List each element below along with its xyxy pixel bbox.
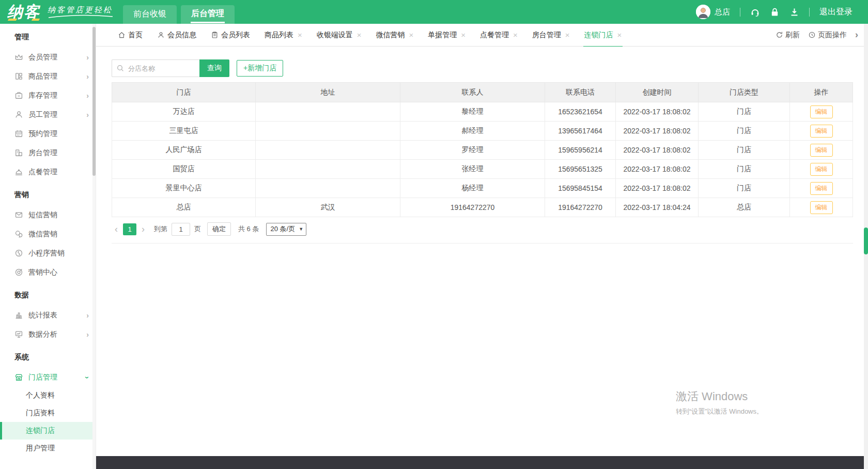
tab-chain-stores[interactable]: 连锁门店×: [578, 24, 628, 47]
tab-cashier-settings[interactable]: 收银端设置×: [311, 24, 368, 47]
sidebar-item-store-management[interactable]: 门店管理›: [0, 368, 96, 387]
tab-product-list[interactable]: 商品列表×: [258, 24, 308, 47]
edit-button[interactable]: 编辑: [810, 144, 833, 157]
close-icon[interactable]: ×: [565, 31, 570, 39]
query-button[interactable]: 查询: [199, 59, 229, 77]
cell-created: 2022-03-17 18:08:02: [616, 141, 699, 160]
page-number-input[interactable]: [172, 223, 190, 236]
column-header: 门店: [112, 83, 256, 102]
cell-address: [256, 141, 400, 160]
sidebar-item-room-management[interactable]: 房台管理: [0, 143, 96, 162]
edit-button[interactable]: 编辑: [810, 163, 833, 176]
pagination: ‹ 1 › 到第 页 确定 共 6 条 20 条/页 ▼: [112, 222, 853, 244]
sidebar-item-sms-marketing[interactable]: 短信营销: [0, 205, 96, 224]
tab-member-info[interactable]: 会员信息: [151, 24, 203, 47]
close-icon[interactable]: ×: [617, 31, 622, 39]
page-unit-label: 页: [194, 224, 201, 234]
cell-store: 景里中心店: [112, 179, 256, 198]
clipboard-icon: [211, 31, 219, 39]
open-tabs-bar: 首页 会员信息 会员列表 商品列表× 收银端设置× 微信营销× 单据管理× 点餐…: [96, 24, 868, 47]
close-icon[interactable]: ×: [357, 31, 362, 39]
prev-page-icon[interactable]: ‹: [112, 224, 121, 234]
cell-store: 万达店: [112, 102, 256, 122]
edit-button[interactable]: 编辑: [810, 201, 833, 214]
sidebar-subitem-personal-profile[interactable]: 个人资料: [0, 387, 96, 404]
cell-store: 三里屯店: [112, 122, 256, 141]
page-scrollbar-thumb[interactable]: [864, 228, 868, 254]
tab-home[interactable]: 首页: [112, 24, 149, 47]
branch-name-search-input[interactable]: [112, 59, 199, 77]
cell-created: 2022-03-17 18:04:24: [616, 198, 699, 217]
logout-button[interactable]: 退出登录: [819, 7, 853, 18]
edit-button[interactable]: 编辑: [810, 105, 833, 118]
table-row: 三里屯店郝经理139656174642022-03-17 18:08:02门店编…: [112, 122, 853, 141]
cell-created: 2022-03-17 18:08:02: [616, 122, 699, 141]
cell-phone: 15695651325: [545, 160, 616, 179]
app-logo: 纳客 纳客管店更轻松: [7, 0, 114, 24]
next-page-icon[interactable]: ›: [138, 224, 148, 234]
tab-order-management[interactable]: 单据管理×: [422, 24, 472, 47]
confirm-page-button[interactable]: 确定: [207, 222, 231, 236]
cell-address: 武汉: [256, 198, 400, 217]
refresh-button[interactable]: 刷新: [776, 31, 800, 40]
sidebar-subitem-chain-stores[interactable]: 连锁门店: [0, 422, 96, 440]
cell-contact: 19164272270: [400, 198, 545, 217]
edit-button[interactable]: 编辑: [810, 182, 833, 195]
cell-actions: 编辑: [790, 141, 853, 160]
sidebar-item-data-analysis[interactable]: 数据分析›: [0, 325, 96, 344]
sidebar-item-goods-management[interactable]: 商品管理›: [0, 67, 96, 86]
sidebar-item-staff-management[interactable]: 员工管理›: [0, 105, 96, 124]
tab-room-management[interactable]: 房台管理×: [526, 24, 576, 47]
front-cashier-button[interactable]: 前台收银: [123, 5, 177, 24]
chevron-right-icon: ›: [86, 111, 89, 119]
close-icon[interactable]: ×: [298, 31, 302, 39]
cell-address: [256, 179, 400, 198]
avatar: [696, 5, 710, 19]
goto-page-label: 到第: [154, 224, 167, 234]
sidebar-item-inventory-management[interactable]: 库存管理›: [0, 86, 96, 105]
cell-address: [256, 122, 400, 141]
search-icon: [116, 64, 125, 72]
sidebar-item-dining-management[interactable]: 点餐管理: [0, 162, 96, 181]
goods-icon: [14, 72, 23, 81]
room-icon: [14, 148, 23, 157]
current-page-button[interactable]: 1: [123, 223, 136, 235]
page-size-select[interactable]: 20 条/页 ▼: [266, 223, 306, 236]
cell-phone: 13965617464: [545, 122, 616, 141]
sidebar-scrollbar-thumb[interactable]: [92, 27, 96, 176]
sidebar-subitem-store-profile[interactable]: 门店资料: [0, 404, 96, 422]
page-operations-button[interactable]: 页面操作: [808, 31, 847, 40]
cell-contact: 杨经理: [400, 179, 545, 198]
sidebar-item-wechat-marketing[interactable]: 微信营销: [0, 224, 96, 244]
close-icon[interactable]: ×: [513, 31, 518, 39]
chevron-right-icon: ›: [86, 53, 89, 62]
cell-type: 门店: [699, 179, 790, 198]
backend-management-button[interactable]: 后台管理: [181, 5, 235, 24]
cell-phone: 16523621654: [545, 102, 616, 122]
tabs-scroll-right-icon[interactable]: ›: [855, 29, 858, 40]
current-store-menu[interactable]: 总店: [696, 5, 730, 19]
edit-button[interactable]: 编辑: [810, 125, 833, 138]
target-icon: [14, 268, 23, 277]
support-headset-icon[interactable]: [750, 7, 760, 17]
lock-icon[interactable]: [770, 7, 780, 17]
cell-contact: 黎经理: [400, 102, 545, 122]
sidebar: 管理 会员管理› 商品管理› 库存管理› 员工管理› 预约管理 房台管理 点餐管…: [0, 24, 96, 469]
cell-created: 2022-03-17 18:08:02: [616, 160, 699, 179]
sidebar-subitem-user-management[interactable]: 用户管理: [0, 440, 96, 457]
sidebar-item-booking-management[interactable]: 预约管理: [0, 124, 96, 143]
sidebar-scrollbar-track[interactable]: [92, 24, 96, 469]
page-scrollbar-track[interactable]: [864, 24, 868, 469]
sidebar-item-marketing-center[interactable]: 营销中心: [0, 263, 96, 282]
column-header: 联系人: [400, 83, 545, 102]
sidebar-item-member-management[interactable]: 会员管理›: [0, 48, 96, 67]
close-icon[interactable]: ×: [461, 31, 466, 39]
sidebar-item-miniapp-marketing[interactable]: 小程序营销: [0, 244, 96, 263]
tab-member-list[interactable]: 会员列表: [205, 24, 256, 47]
sidebar-item-statistics-reports[interactable]: 统计报表›: [0, 306, 96, 325]
add-store-button[interactable]: +新增门店: [237, 60, 283, 77]
tab-wechat-marketing[interactable]: 微信营销×: [370, 24, 420, 47]
close-icon[interactable]: ×: [409, 31, 414, 39]
tab-dining-management[interactable]: 点餐管理×: [474, 24, 524, 47]
download-icon[interactable]: [789, 7, 799, 17]
